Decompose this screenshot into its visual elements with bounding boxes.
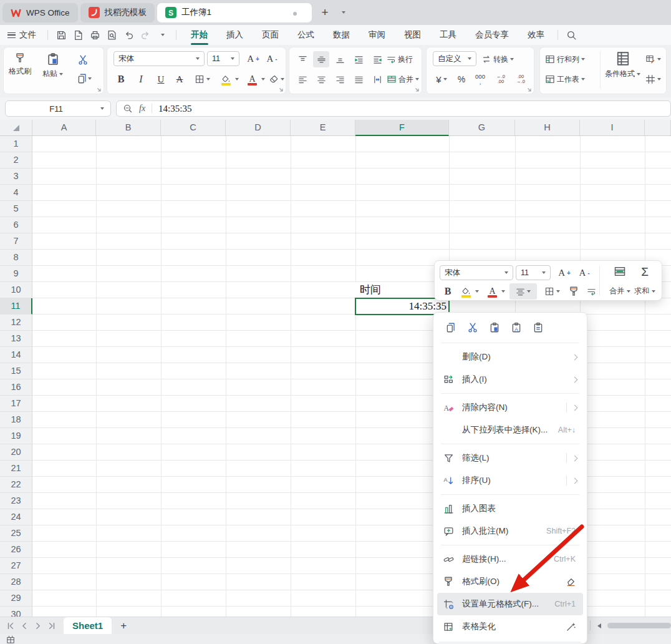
last-sheet-button[interactable] [45, 619, 59, 633]
decrease-indent-button[interactable] [350, 51, 367, 67]
row-header-16[interactable]: 16 [0, 379, 32, 396]
hscroll-left-arrow[interactable] [597, 623, 601, 628]
export-button[interactable] [70, 27, 86, 42]
menu-item-insert-comment[interactable]: 插入批注(M)Shift+F2 [437, 520, 583, 542]
table-style-button[interactable] [642, 51, 664, 67]
column-header-C[interactable]: C [161, 120, 226, 136]
mini-sum-button[interactable]: Σ 求和 [629, 264, 660, 298]
mini-bold-button[interactable]: B [441, 283, 455, 300]
menu-item-insert-chart[interactable]: 插入图表 [437, 497, 583, 520]
next-sheet-button[interactable] [31, 619, 45, 633]
menu-tab-工具[interactable]: 工具 [430, 25, 466, 45]
row-header-14[interactable]: 14 [0, 347, 32, 363]
sheet-tab-sheet1[interactable]: Sheet1 [64, 617, 112, 635]
row-header-13[interactable]: 13 [0, 331, 32, 347]
row-header-1[interactable]: 1 [0, 136, 32, 152]
window-tab-workbook1[interactable]: S 工作簿1 [157, 3, 312, 22]
shrink-font-button[interactable]: A- [263, 51, 281, 67]
mini-fill-color-button[interactable] [457, 283, 481, 300]
menu-tab-插入[interactable]: 插入 [217, 25, 253, 45]
rows-cols-button[interactable]: 行和列 [545, 51, 585, 67]
row-header-5[interactable]: 5 [0, 201, 32, 217]
expander-icon[interactable] [95, 86, 101, 92]
number-format-select[interactable]: 自定义 [433, 51, 476, 66]
redo-button[interactable] [138, 27, 153, 42]
mini-grow-font-button[interactable]: A+ [556, 265, 573, 281]
row-header-8[interactable]: 8 [0, 250, 32, 266]
menu-tab-会员专享[interactable]: 会员专享 [466, 25, 518, 45]
column-header-A[interactable]: A [32, 120, 96, 136]
percent-button[interactable]: % [454, 71, 469, 87]
fill-color-button[interactable] [217, 71, 241, 87]
expander-icon[interactable] [526, 86, 531, 92]
window-tab-docer[interactable]: 找稻壳模板 [80, 3, 155, 22]
mini-font-color-button[interactable]: A [483, 283, 507, 300]
brush-small-icon[interactable] [564, 577, 577, 587]
menu-tab-视图[interactable]: 视图 [395, 25, 430, 45]
menu-item-pick-from-list[interactable]: 从下拉列表中选择(K)...Alt+↓ [437, 419, 583, 441]
prev-sheet-button[interactable] [17, 619, 31, 633]
column-header-H[interactable]: H [515, 120, 580, 136]
horizontal-scrollbar[interactable] [607, 623, 671, 628]
save-button[interactable] [54, 27, 69, 42]
convert-button[interactable]: 转换 [481, 51, 514, 67]
align-center-button[interactable] [313, 71, 329, 87]
conditional-format-button[interactable]: 条件格式 [605, 51, 640, 79]
menu-tab-审阅[interactable]: 审阅 [359, 25, 395, 45]
column-header-partial[interactable] [645, 120, 671, 136]
expander-icon[interactable] [413, 86, 419, 92]
align-right-button[interactable] [332, 71, 348, 87]
menu-item-hyperlink[interactable]: 超链接(H)...Ctrl+K [437, 548, 583, 570]
increase-decimal-button[interactable]: ←.0 .00 [491, 71, 510, 87]
row-header-12[interactable]: 12 [0, 315, 32, 331]
tab-list-chevron-icon[interactable] [336, 4, 352, 21]
select-all-corner[interactable] [0, 120, 32, 136]
print-preview-button[interactable] [104, 27, 120, 42]
merge-cells-button[interactable]: 合并 [387, 71, 419, 87]
decrease-decimal-button[interactable]: .00 →.0 [511, 71, 530, 87]
cut-button[interactable] [465, 320, 480, 335]
row-header-22[interactable]: 22 [0, 477, 32, 493]
paste-values-button[interactable]: A [509, 320, 524, 335]
menu-tab-效率[interactable]: 效率 [518, 25, 554, 45]
first-sheet-button[interactable] [4, 619, 17, 633]
font-size-select[interactable]: 11 [207, 51, 239, 66]
row-header-17[interactable]: 17 [0, 396, 32, 412]
currency-button[interactable]: ¥ [432, 71, 451, 87]
menu-tab-数据[interactable]: 数据 [324, 25, 359, 45]
row-header-10[interactable]: 10 [0, 282, 32, 298]
column-header-F[interactable]: F [355, 120, 449, 136]
row-header-7[interactable]: 7 [0, 233, 32, 250]
menu-item-delete[interactable]: 删除(D) [437, 346, 583, 368]
italic-button[interactable]: I [133, 71, 148, 87]
align-top-button[interactable] [294, 51, 311, 67]
column-header-D[interactable]: D [226, 120, 291, 136]
column-header-B[interactable]: B [96, 120, 161, 136]
row-header-29[interactable]: 29 [0, 590, 32, 607]
menu-item-insert[interactable]: 插入(I) [437, 368, 583, 391]
formula-input[interactable]: fx 14:35:35 [116, 100, 671, 117]
align-left-button[interactable] [294, 71, 311, 87]
row-header-2[interactable]: 2 [0, 152, 32, 168]
menu-item-clear-contents[interactable]: A清除内容(N) [437, 396, 583, 419]
borders-button[interactable] [191, 71, 213, 87]
search-button[interactable] [564, 27, 579, 42]
worksheet-button[interactable]: 工作表 [545, 71, 585, 87]
window-tab-wps-office[interactable]: WPS Office [2, 3, 78, 22]
row-header-28[interactable]: 28 [0, 574, 32, 590]
row-header-24[interactable]: 24 [0, 509, 32, 525]
align-middle-button[interactable] [313, 51, 329, 67]
menu-tab-公式[interactable]: 公式 [288, 25, 324, 45]
wrap-text-button[interactable]: 换行 [387, 51, 413, 67]
file-menu-button[interactable]: 文件 [0, 29, 42, 41]
paste-button[interactable]: 粘贴 [42, 52, 63, 79]
mini-borders-button[interactable] [541, 283, 563, 300]
comma-style-button[interactable]: 000, [471, 71, 489, 87]
grow-font-button[interactable]: A+ [244, 51, 262, 67]
mini-font-size-select[interactable]: 11 [516, 265, 551, 280]
column-header-E[interactable]: E [291, 120, 355, 136]
mini-font-family-select[interactable]: 宋体 [440, 265, 513, 280]
name-box[interactable]: F11 [5, 100, 111, 117]
print-button[interactable] [87, 27, 103, 42]
increase-indent-button[interactable] [369, 51, 385, 67]
